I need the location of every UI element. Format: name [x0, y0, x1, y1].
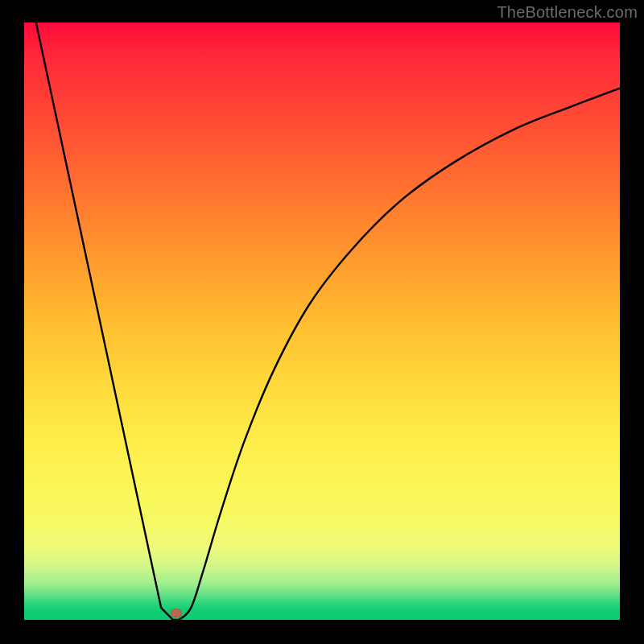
plot-area [24, 23, 620, 620]
optimal-point-marker [171, 609, 182, 617]
bottleneck-curve [24, 23, 620, 620]
attribution-label: TheBottleneck.com [497, 3, 638, 22]
chart-frame: TheBottleneck.com [0, 0, 644, 644]
